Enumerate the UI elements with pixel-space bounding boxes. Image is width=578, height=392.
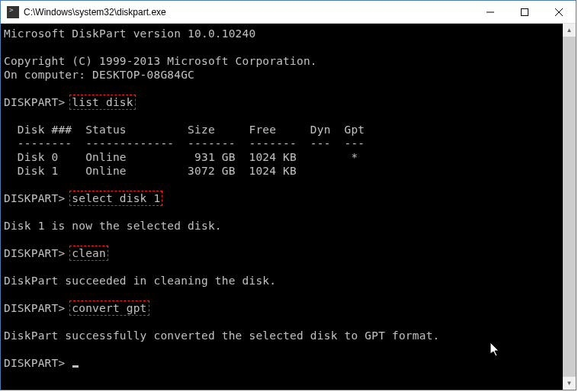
content-area: Microsoft DiskPart version 10.0.10240 Co… bbox=[1, 24, 576, 390]
close-button[interactable] bbox=[541, 1, 576, 23]
msg-convert: DiskPart successfully converted the sele… bbox=[4, 329, 440, 342]
scroll-track[interactable] bbox=[563, 37, 576, 377]
maximize-icon bbox=[521, 8, 528, 16]
close-icon bbox=[555, 8, 563, 16]
minimize-button[interactable] bbox=[473, 1, 507, 23]
prompt: DISKPART> bbox=[4, 357, 65, 369]
window-controls bbox=[473, 1, 576, 23]
prompt: DISKPART> bbox=[4, 96, 65, 108]
scroll-up-arrow[interactable]: ▲ bbox=[563, 24, 576, 37]
prompt: DISKPART> bbox=[4, 192, 65, 204]
table-row: Disk 0 Online 931 GB 1024 KB * bbox=[4, 151, 358, 163]
cmd-list-disk: list disk bbox=[69, 95, 135, 110]
prompt: DISKPART> bbox=[4, 302, 65, 314]
maximize-button[interactable] bbox=[507, 1, 541, 23]
cmd-convert-gpt: convert gpt bbox=[69, 300, 149, 316]
msg-select: Disk 1 is now the selected disk. bbox=[4, 220, 222, 232]
table-rule: -------- ------------- ------- ------- -… bbox=[4, 137, 364, 149]
terminal-output[interactable]: Microsoft DiskPart version 10.0.10240 Co… bbox=[1, 24, 563, 390]
titlebar[interactable]: C:\Windows\system32\diskpart.exe bbox=[1, 1, 576, 24]
vertical-scrollbar[interactable]: ▲ ▼ bbox=[563, 24, 576, 390]
cmd-select-disk: select disk 1 bbox=[69, 191, 162, 206]
minimize-icon bbox=[486, 8, 494, 16]
prompt: DISKPART> bbox=[4, 247, 65, 259]
computer-line: On computer: DESKTOP-08G84GC bbox=[4, 69, 194, 81]
window-title: C:\Windows\system32\diskpart.exe bbox=[24, 7, 473, 18]
scroll-thumb[interactable] bbox=[563, 37, 576, 377]
text-cursor bbox=[72, 365, 79, 368]
version-line: Microsoft DiskPart version 10.0.10240 bbox=[4, 27, 255, 40]
copyright-line: Copyright (C) 1999-2013 Microsoft Corpor… bbox=[4, 55, 317, 67]
msg-clean: DiskPart succeeded in cleaning the disk. bbox=[4, 275, 276, 287]
scroll-down-arrow[interactable]: ▼ bbox=[563, 377, 576, 390]
app-icon bbox=[7, 6, 19, 18]
table-header: Disk ### Status Size Free Dyn Gpt bbox=[4, 124, 364, 136]
table-row: Disk 1 Online 3072 GB 1024 KB bbox=[4, 165, 297, 177]
cmd-window: C:\Windows\system32\diskpart.exe Microso… bbox=[0, 0, 576, 390]
svg-rect-1 bbox=[521, 8, 528, 15]
cmd-clean: clean bbox=[69, 246, 108, 261]
